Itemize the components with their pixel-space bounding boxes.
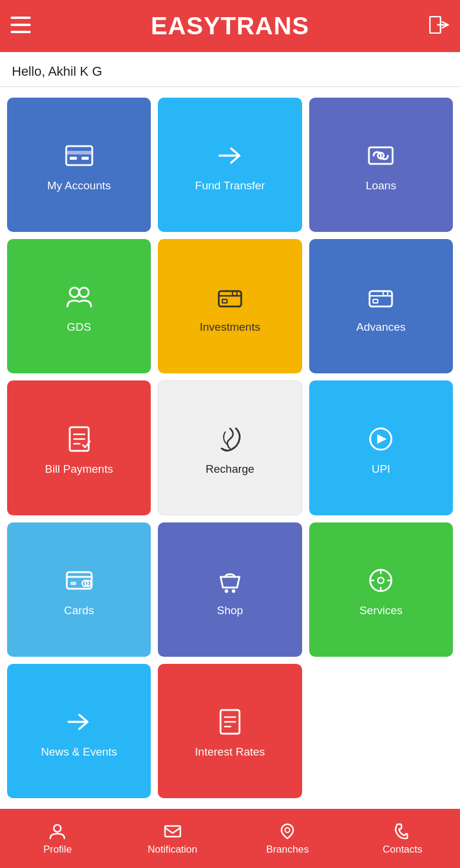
bottom-nav: Profile Notification Branches Contacts [0,809,460,868]
tile-label: Recharge [206,463,254,476]
tiles-grid: My Accounts Fund Transfer Loans GDS [0,87,460,809]
svg-point-11 [70,288,79,297]
svg-rect-5 [66,146,92,165]
tile-shop[interactable]: Shop [158,522,302,657]
app-title: EASYTRANS [151,12,309,40]
tile-loans[interactable]: Loans [309,98,453,232]
logout-icon[interactable] [429,16,449,37]
svg-point-12 [79,288,89,297]
tile-label: UPI [371,463,390,476]
svg-rect-13 [219,291,241,306]
tile-investments[interactable]: Investments [158,239,302,373]
svg-point-29 [225,589,228,593]
svg-rect-18 [373,299,378,303]
svg-rect-8 [82,157,89,160]
tile-cards[interactable]: Cards [7,522,151,657]
svg-rect-26 [70,582,76,585]
nav-label: Notification [148,844,197,856]
greeting-text: Hello, Akhil K G [12,64,448,79]
svg-point-41 [54,825,61,832]
tile-label: Investments [200,321,260,334]
svg-point-32 [378,577,384,583]
nav-contacts[interactable]: Contacts [345,822,461,856]
tile-recharge[interactable]: Recharge [158,380,302,515]
svg-rect-16 [370,291,392,306]
svg-point-30 [232,589,235,593]
tile-label: News & Events [41,746,117,759]
menu-icon[interactable] [11,17,31,36]
tile-label: Shop [217,604,243,618]
svg-rect-42 [165,826,180,837]
tile-bill-payments[interactable]: Bill Payments [7,380,151,515]
tile-label: Advances [357,321,406,334]
svg-rect-7 [70,157,77,160]
tile-my-accounts[interactable]: My Accounts [7,98,151,232]
tile-label: Loans [365,179,396,193]
svg-point-43 [285,828,290,832]
nav-profile[interactable]: Profile [0,822,115,856]
nav-label: Contacts [383,844,422,856]
tile-label: Cards [64,604,94,618]
tile-news-events[interactable]: News & Events [7,664,151,798]
header: EASYTRANS [0,0,460,52]
tile-label: Interest Rates [195,746,265,759]
tile-fund-transfer[interactable]: Fund Transfer [158,98,302,232]
svg-rect-15 [222,299,227,303]
nav-notification[interactable]: Notification [115,822,231,856]
tile-label: Fund Transfer [195,179,265,193]
greeting-section: Hello, Akhil K G [0,52,460,87]
tile-label: Bill Payments [45,463,113,476]
tile-label: Services [359,604,403,618]
tile-interest-rates[interactable]: Interest Rates [158,664,302,798]
nav-label: Branches [266,844,309,856]
svg-rect-6 [66,151,92,154]
nav-label: Profile [43,844,72,856]
tile-label: My Accounts [47,179,111,193]
svg-rect-1 [11,24,31,26]
nav-branches[interactable]: Branches [230,822,345,856]
tile-advances[interactable]: Advances [309,239,453,373]
tile-label: GDS [67,321,91,334]
svg-rect-2 [11,31,31,33]
tile-upi[interactable]: UPI [309,380,453,515]
svg-rect-0 [11,17,31,19]
tile-services[interactable]: Services [309,522,453,657]
tile-gds[interactable]: GDS [7,239,151,373]
